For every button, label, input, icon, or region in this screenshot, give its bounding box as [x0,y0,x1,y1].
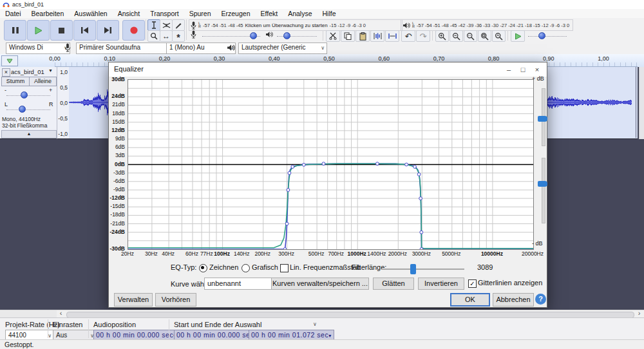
cut-button[interactable] [326,30,340,42]
zoom-in-button[interactable] [435,30,449,42]
cancel-button[interactable]: Abbrechen [493,293,534,307]
redo-button[interactable]: ↷ [416,30,430,42]
db-max-slider-handle[interactable] [538,116,547,122]
playback-meter[interactable]: LR -57 -54 -51 -48 -45 -42 -39 -36 -33 -… [401,19,573,31]
timeshift-tool-button[interactable]: ↔ [160,30,173,42]
menu-hilfe[interactable]: Hilfe [317,9,341,18]
smooth-button[interactable]: Glätten [373,278,414,290]
microphone-icon [191,21,196,30]
playback-device-dropdown[interactable]: Lautsprecher (Generic∨ [238,42,327,54]
track-close-button[interactable]: × [2,68,10,77]
graphic-eq-radio[interactable] [242,264,250,272]
frequency-tick-label: 2000Hz [388,250,407,257]
filter-length-handle[interactable] [410,264,416,274]
menu-bearbeiten[interactable]: Bearbeiten [26,9,70,18]
menu-bar: DateiBearbeitenAuswählenAnsichtTransport… [0,9,644,19]
dialog-minimize-button[interactable]: – [502,64,516,75]
menu-effekt[interactable]: Effekt [255,9,283,18]
meter-lr-label: LR [412,22,415,29]
dialog-close-button[interactable]: × [530,64,544,75]
ok-button[interactable]: OK [450,293,490,307]
vertical-scale-label: 0,0 [60,100,68,106]
stop-button[interactable] [50,20,73,41]
play-at-speed-button[interactable] [511,30,525,42]
waveform-clip-left[interactable] [69,67,108,139]
track-mute-button[interactable]: Stumm [1,77,30,86]
selection-mode-chevron-icon[interactable]: ∨ [313,321,317,327]
dialog-title-bar[interactable]: Equalizer – □ × [109,62,547,77]
timeline-tick-label: 0,80 [488,55,500,62]
snap-to-label: Einrasten [53,321,82,328]
menu-analyse[interactable]: Analyse [283,9,317,18]
playback-volume-handle[interactable] [283,32,290,39]
trim-audio-button[interactable] [370,30,384,42]
recording-device-dropdown[interactable]: Primärer Soundaufna∨ [76,42,176,54]
play-speed-slider[interactable] [528,35,567,37]
draw-curves-radio[interactable] [199,264,207,272]
dialog-maximize-button[interactable]: □ [516,64,530,75]
play-button[interactable] [27,20,50,41]
zoom-tool-button[interactable] [147,30,160,42]
help-button[interactable]: ? [535,294,546,305]
vertical-scrollbar[interactable] [639,67,644,139]
paste-button[interactable] [355,30,370,42]
copy-button[interactable] [341,30,355,42]
show-gridlines-checkbox[interactable]: ✓ [468,279,477,288]
frequency-tick-label: 5000Hz [442,250,460,257]
zoom-selection-button[interactable] [464,30,477,42]
track-name[interactable]: acs_bird_01 [11,68,44,75]
pause-button[interactable] [4,20,26,41]
linear-frequency-checkbox[interactable] [280,264,289,272]
track-vertical-scale[interactable]: 1,00,50,0-0,5-1,0 [57,67,70,139]
db-tick-label: 21dB [112,101,125,108]
manage-button[interactable]: Verwalten [114,293,153,307]
zoom-toggle-button[interactable] [492,30,506,42]
filter-length-slider[interactable] [382,269,464,270]
skip-to-start-button[interactable] [73,20,96,41]
menu-spuren[interactable]: Spuren [184,9,216,18]
envelope-tool-button[interactable] [160,19,173,31]
eq-plot-area[interactable] [128,79,534,250]
db-min-slider[interactable] [542,158,545,223]
speaker-icon [227,44,235,52]
undo-button[interactable]: ↶ [401,30,415,42]
db-min-slider-handle[interactable] [538,181,547,187]
track-collapse-button[interactable]: ▲ [1,130,57,138]
track-gain-slider[interactable] [6,94,50,96]
toolbar-dock: ↔ * LR -57 -54 -51 -48 -45 Klicken um Üb… [0,18,644,55]
scroll-right-button[interactable]: › [635,309,643,317]
menu-transport[interactable]: Transport [145,9,184,18]
track-pan-slider[interactable] [6,108,50,110]
track-solo-button[interactable]: Alleine [29,77,57,86]
menu-auswahlen[interactable]: Auswählen [69,9,112,18]
track-control-panel[interactable]: × acs_bird_01 ▼ Stumm Alleine - + L R Mo… [0,67,57,139]
timeline-pin-button[interactable] [1,55,18,66]
audio-host-dropdown[interactable]: Windows Di∨ [6,42,70,54]
fit-project-button[interactable] [478,30,491,42]
menu-datei[interactable]: Datei [0,9,26,18]
record-button[interactable] [122,20,145,41]
curve-select-dropdown[interactable]: unbenannt∨ [204,278,279,290]
manage-curves-button[interactable]: Kurven verwalten/speichern ... [271,278,369,290]
multi-tool-button[interactable]: * [172,30,185,42]
play-speed-handle[interactable] [538,32,545,39]
menu-ansicht[interactable]: Ansicht [113,9,145,18]
track-pan-handle[interactable] [19,106,26,113]
selection-tool-button[interactable] [147,19,160,31]
recording-channels-dropdown[interactable]: 1 (Mono) Au∨ [166,42,236,54]
scroll-left-button[interactable]: ‹ [57,309,65,317]
silence-audio-button[interactable] [385,30,399,42]
menu-erzeugen[interactable]: Erzeugen [216,9,256,18]
envelope-icon [162,22,171,29]
preview-button[interactable]: Vorhören [155,293,196,307]
track-menu-dropdown-icon[interactable]: ▼ [48,68,53,73]
draw-tool-button[interactable] [172,19,185,31]
db-axis-labels: 30dB24dB21dB18dB15dB12dB9dB6dB3dB0dB-3dB… [109,79,126,249]
track-gain-handle[interactable] [21,91,28,99]
skip-to-end-button[interactable] [97,20,119,41]
recording-meter[interactable]: LR -57 -54 -51 -48 -45 Klicken um Überwa… [189,19,402,31]
invert-button[interactable]: Invertieren [418,278,464,290]
eq-frequency-response-chart[interactable] [128,80,533,249]
record-volume-handle[interactable] [250,32,257,39]
zoom-out-button[interactable] [450,30,463,42]
